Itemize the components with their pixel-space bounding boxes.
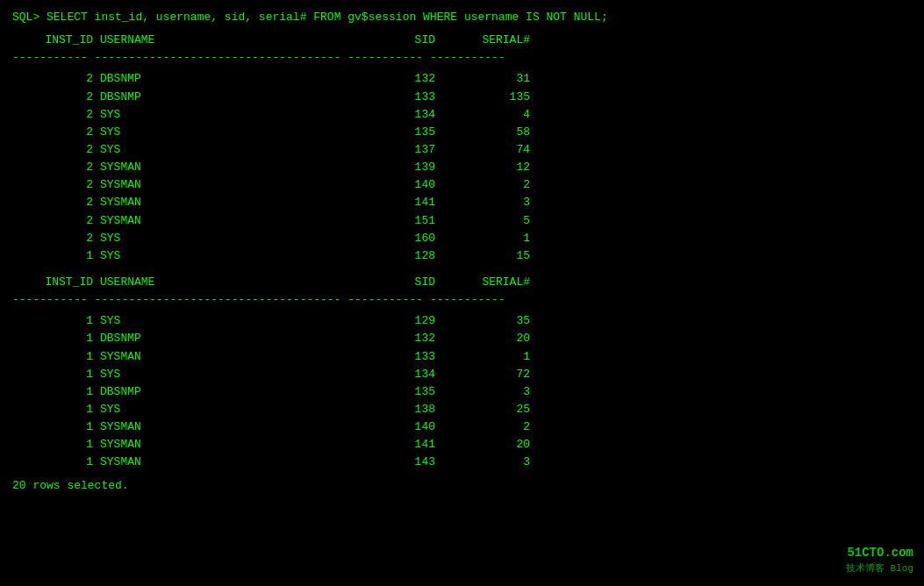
cell-username: SYSMAN [100, 418, 355, 436]
header-username-1: USERNAME [100, 32, 355, 49]
header-instid-2: INST_ID [12, 274, 100, 291]
cell-serial: 2 [442, 176, 530, 194]
table-row: 2 SYSMAN 151 5 [12, 212, 912, 230]
cell-instid: 2 [12, 159, 100, 176]
cell-instid: 1 [12, 366, 100, 383]
cell-instid: 2 [12, 89, 100, 106]
cell-username: SYS [100, 106, 355, 124]
divider-2: ----------- ----------------------------… [12, 291, 912, 309]
header-serial-2: SERIAL# [442, 274, 530, 291]
cell-instid: 2 [12, 194, 100, 211]
watermark: 51CTO.com 技术博客 Blog [846, 545, 913, 575]
cell-username: SYS [100, 366, 355, 383]
cell-username: SYSMAN [100, 454, 355, 471]
table-row: 2 SYS 160 1 [12, 230, 912, 247]
cell-serial: 58 [442, 124, 530, 141]
cell-instid: 2 [12, 176, 100, 194]
cell-sid: 139 [355, 159, 442, 176]
watermark-sub: 技术博客 Blog [846, 562, 913, 575]
cell-serial: 72 [442, 366, 530, 383]
cell-serial: 5 [442, 212, 530, 230]
cell-username: DBSNMP [100, 383, 355, 401]
cell-sid: 160 [355, 230, 442, 247]
cell-instid: 1 [12, 330, 100, 347]
cell-serial: 3 [442, 383, 530, 401]
cell-serial: 1 [442, 348, 530, 366]
cell-instid: 1 [12, 401, 100, 418]
cell-sid: 140 [355, 176, 442, 194]
cell-username: SYSMAN [100, 159, 355, 176]
cell-username: SYSMAN [100, 212, 355, 230]
header-row-1: INST_ID USERNAME SID SERIAL# [12, 32, 912, 49]
cell-serial: 20 [442, 436, 530, 454]
table-row: 1 SYS 128 15 [12, 247, 912, 265]
cell-serial: 3 [442, 194, 530, 211]
cell-instid: 1 [12, 436, 100, 454]
cell-username: SYSMAN [100, 348, 355, 366]
table-row: 2 SYS 135 58 [12, 124, 912, 141]
sql-command: SQL> SELECT inst_id, username, sid, seri… [12, 9, 912, 26]
header-row-2: INST_ID USERNAME SID SERIAL# [12, 274, 912, 291]
header-serial-1: SERIAL# [442, 32, 530, 49]
cell-username: SYS [100, 124, 355, 141]
cell-sid: 143 [355, 454, 442, 471]
table-row: 2 SYSMAN 141 3 [12, 194, 912, 211]
cell-sid: 133 [355, 89, 442, 106]
terminal: SQL> SELECT inst_id, username, sid, seri… [0, 0, 924, 504]
cell-sid: 137 [355, 141, 442, 159]
header-instid-1: INST_ID [12, 32, 100, 49]
cell-sid: 135 [355, 383, 442, 401]
cell-serial: 15 [442, 247, 530, 265]
table-row: 2 SYSMAN 140 2 [12, 176, 912, 194]
cell-username: SYS [100, 401, 355, 418]
cell-instid: 1 [12, 383, 100, 401]
section1-data: 2 DBSNMP 132 31 2 DBSNMP 133 135 2 SYS 1… [12, 70, 912, 265]
cell-sid: 151 [355, 212, 442, 230]
table-row: 1 SYS 138 25 [12, 401, 912, 418]
cell-serial: 31 [442, 70, 530, 88]
cell-serial: 1 [442, 230, 530, 247]
table-row: 2 SYSMAN 139 12 [12, 159, 912, 176]
cell-username: SYSMAN [100, 194, 355, 211]
cell-sid: 132 [355, 70, 442, 88]
cell-sid: 133 [355, 348, 442, 366]
cell-username: DBSNMP [100, 89, 355, 106]
cell-serial: 20 [442, 330, 530, 347]
cell-username: SYS [100, 230, 355, 247]
cell-serial: 3 [442, 454, 530, 471]
cell-instid: 1 [12, 312, 100, 330]
cell-serial: 74 [442, 141, 530, 159]
table-row: 1 SYS 129 35 [12, 312, 912, 330]
cell-sid: 128 [355, 247, 442, 265]
cell-sid: 134 [355, 366, 442, 383]
cell-username: SYSMAN [100, 436, 355, 454]
table-section-2: INST_ID USERNAME SID SERIAL# -----------… [12, 274, 912, 309]
table-row: 1 DBSNMP 135 3 [12, 383, 912, 401]
cell-sid: 138 [355, 401, 442, 418]
cell-serial: 35 [442, 312, 530, 330]
cell-sid: 132 [355, 330, 442, 347]
cell-sid: 141 [355, 436, 442, 454]
table-row: 1 SYSMAN 140 2 [12, 418, 912, 436]
footer-message: 20 rows selected. [12, 477, 912, 495]
table-row: 1 SYSMAN 143 3 [12, 454, 912, 471]
table-row: 1 DBSNMP 132 20 [12, 330, 912, 347]
cell-sid: 135 [355, 124, 442, 141]
cell-instid: 2 [12, 70, 100, 88]
cell-username: DBSNMP [100, 330, 355, 347]
table-row: 1 SYS 134 72 [12, 366, 912, 383]
cell-username: DBSNMP [100, 70, 355, 88]
cell-instid: 2 [12, 124, 100, 141]
divider-1: ----------- ----------------------------… [12, 49, 912, 67]
table-row: 2 SYS 137 74 [12, 141, 912, 159]
table-row: 2 DBSNMP 133 135 [12, 89, 912, 106]
cell-sid: 141 [355, 194, 442, 211]
cell-serial: 2 [442, 418, 530, 436]
watermark-site: 51CTO.com [846, 545, 913, 562]
header-username-2: USERNAME [100, 274, 355, 291]
cell-sid: 134 [355, 106, 442, 124]
table-row: 2 SYS 134 4 [12, 106, 912, 124]
cell-username: SYS [100, 141, 355, 159]
cell-instid: 2 [12, 106, 100, 124]
cell-instid: 2 [12, 212, 100, 230]
